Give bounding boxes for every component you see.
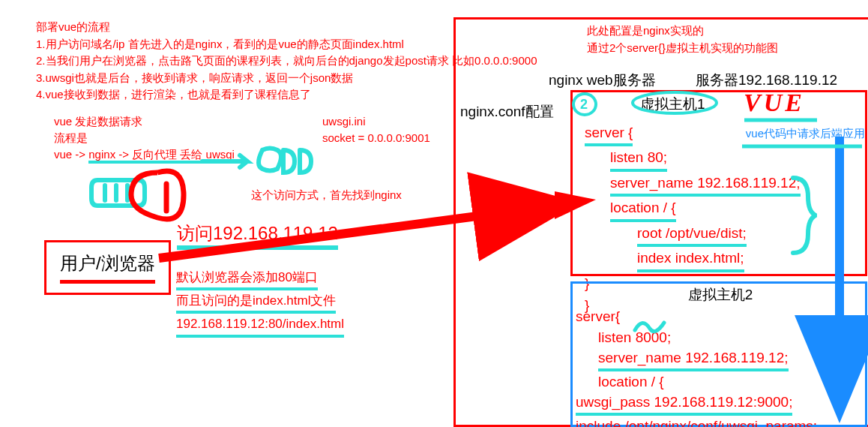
h1-servername: server_name 192.168.119.12; <box>610 172 801 197</box>
vue-flow: vue 发起数据请求 流程是 vue -> nginx -> 反向代理 丢给 u… <box>54 113 235 162</box>
circled-1-icon <box>131 171 184 219</box>
h1-listen: listen 80; <box>610 146 667 171</box>
step-2: 2.当我们用户在浏览器，点击路飞页面的课程列表，就向后台的django发起pos… <box>36 53 564 70</box>
host2-content: 虚拟主机2 server{ listen 8000; server_name 1… <box>574 285 867 427</box>
vue-flow-l3: vue -> nginx -> 反向代理 丢给 uwsgi <box>54 146 235 163</box>
cyan-scribble-icon <box>631 315 669 338</box>
vue-flow-l1: vue 发起数据请求 <box>54 113 235 130</box>
nginx-proxy-text: nginx -> 反向代理 丢给 <box>88 148 202 164</box>
h2-location: location / { <box>598 371 664 392</box>
h2-servername: server_name 192.168.119.12; <box>598 347 789 371</box>
top-right-note: 此处配置是nginx实现的 通过2个server{}虚拟主机实现的功能图 <box>587 23 778 56</box>
h1-location: location / { <box>610 197 676 221</box>
top-right-l2: 通过2个server{}虚拟主机实现的功能图 <box>587 40 778 57</box>
h1-root: root /opt/vue/dist; <box>637 222 747 247</box>
user-browser-box: 用户/浏览器 <box>44 240 171 295</box>
step-4: 4.vue接收到数据，进行渲染，也就是看到了课程信息了 <box>36 86 564 104</box>
server-ip-label: 服务器192.168.119.12 <box>696 71 837 90</box>
uwsgi-ini-socket: socket = 0.0.0.0:9001 <box>322 130 430 146</box>
host1-title-oval-icon <box>628 90 726 116</box>
vue-flow-l2: 流程是 <box>54 130 235 146</box>
h2-server: server{ <box>576 308 620 324</box>
host2-title: 虚拟主机2 <box>574 285 867 305</box>
access-note: 这个访问方式，首先找到nginx <box>251 188 402 203</box>
default-port-note: 默认浏览器会添加80端口 而且访问的是index.html文件 192.168.… <box>176 267 344 338</box>
nginx-web-label: nginx web服务器 <box>549 71 656 90</box>
default-port-l2: 而且访问的是index.html文件 <box>176 290 336 314</box>
nginx-conf-label: nginx.conf配置 <box>460 102 554 122</box>
top-right-l1: 此处配置是nginx实现的 <box>587 23 778 40</box>
deploy-title: 部署vue的流程 <box>36 19 564 36</box>
deploy-process: 部署vue的流程 1.用户访问域名/ip 首先进入的是nginx，看到的是vue… <box>36 19 564 104</box>
default-port-l3: 192.168.119.12:80/index.html <box>176 314 344 337</box>
user-browser-label: 用户/浏览器 <box>60 253 155 273</box>
step-1: 1.用户访问域名/ip 首先进入的是nginx，看到的是vue的静态页面inde… <box>36 36 564 53</box>
h1-server: server { <box>585 122 633 146</box>
svg-point-0 <box>633 92 717 113</box>
cyan-brace-icon <box>787 174 817 257</box>
access-ip: 访问192.168.119.12 <box>177 221 338 250</box>
h1-req-backend: vue代码中请求后端应用 <box>746 125 865 142</box>
h1-index: index index.html; <box>637 247 744 272</box>
vue-handwritten: VUE <box>744 89 805 117</box>
h2-include: include /opt/nginx/conf/uwsgi_params; <box>576 416 817 427</box>
h2-uwsgipass: uwsgi_pass 192.168.119.12:9000; <box>576 392 792 416</box>
svg-text:2: 2 <box>580 97 588 112</box>
step-3: 3.uwsgi也就是后台，接收到请求，响应请求，返回一个json数据 <box>36 70 564 87</box>
uwsgi-ini-title: uwsgi.ini <box>322 113 430 130</box>
uwsgi-ini: uwsgi.ini socket = 0.0.0.0:9001 <box>322 113 430 146</box>
circled-2-icon: 2 <box>571 92 598 117</box>
default-port-l1: 默认浏览器会添加80端口 <box>176 267 318 290</box>
